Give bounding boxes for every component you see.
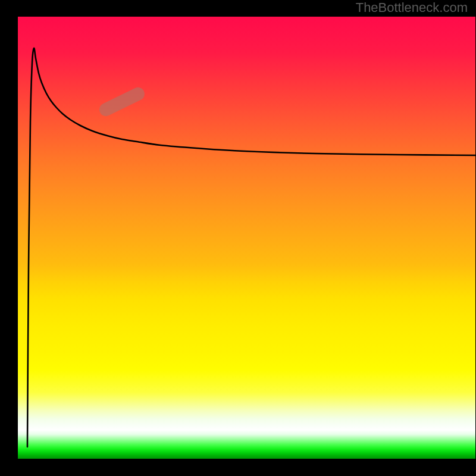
- attribution-text: TheBottleneck.com: [356, 0, 468, 15]
- chart-container: TheBottleneck.com: [0, 0, 476, 476]
- curve-path: [27, 48, 475, 447]
- plot-area: [18, 17, 475, 459]
- curve-svg: [18, 17, 475, 459]
